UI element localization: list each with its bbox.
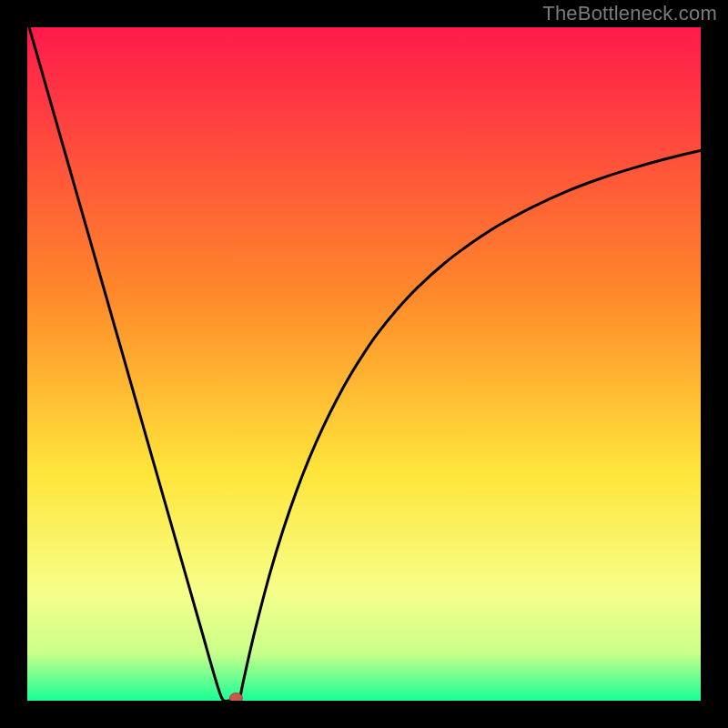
gradient-background	[27, 27, 701, 701]
watermark-text: TheBottleneck.com	[542, 2, 717, 25]
bottleneck-curve-chart	[27, 27, 701, 701]
minimum-marker	[229, 693, 242, 701]
plot-area	[27, 27, 701, 701]
chart-frame: TheBottleneck.com	[0, 0, 728, 728]
